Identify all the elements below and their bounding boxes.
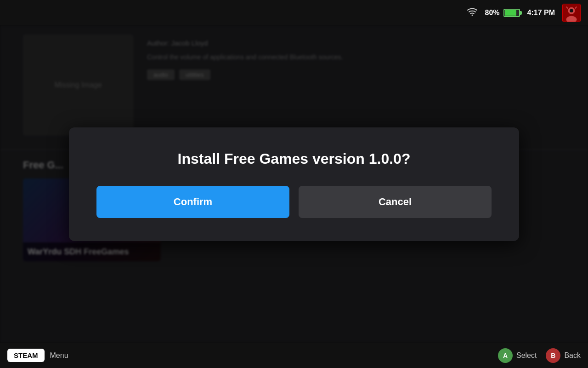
battery-percentage: 80% (485, 9, 500, 17)
b-button-group: B Back (546, 348, 581, 363)
bottom-right: A Select B Back (498, 348, 581, 363)
dialog-buttons: Confirm Cancel (96, 186, 492, 218)
cancel-button[interactable]: Cancel (299, 186, 492, 218)
status-time: 4:17 PM (527, 9, 555, 17)
status-bar: 80% 4:17 PM (0, 0, 588, 25)
battery-icon (503, 9, 520, 17)
avatar (562, 4, 581, 22)
select-label: Select (516, 351, 537, 360)
steam-button[interactable]: STEAM (7, 349, 45, 362)
b-button-icon: B (546, 348, 560, 363)
install-dialog: Install Free Games version 1.0.0? Confir… (69, 127, 519, 241)
modal-overlay: Install Free Games version 1.0.0? Confir… (0, 25, 588, 343)
bottom-bar: STEAM Menu A Select B Back (0, 343, 588, 368)
wifi-icon (467, 7, 478, 18)
svg-point-4 (570, 9, 573, 12)
menu-label: Menu (50, 351, 68, 360)
bottom-left: STEAM Menu (7, 349, 68, 362)
a-button-icon: A (498, 348, 513, 363)
dialog-title: Install Free Games version 1.0.0? (178, 150, 411, 167)
a-button-group: A Select (498, 348, 537, 363)
svg-point-0 (471, 15, 473, 16)
confirm-button[interactable]: Confirm (96, 186, 289, 218)
battery-group: 80% (485, 9, 520, 17)
back-label: Back (564, 351, 581, 360)
